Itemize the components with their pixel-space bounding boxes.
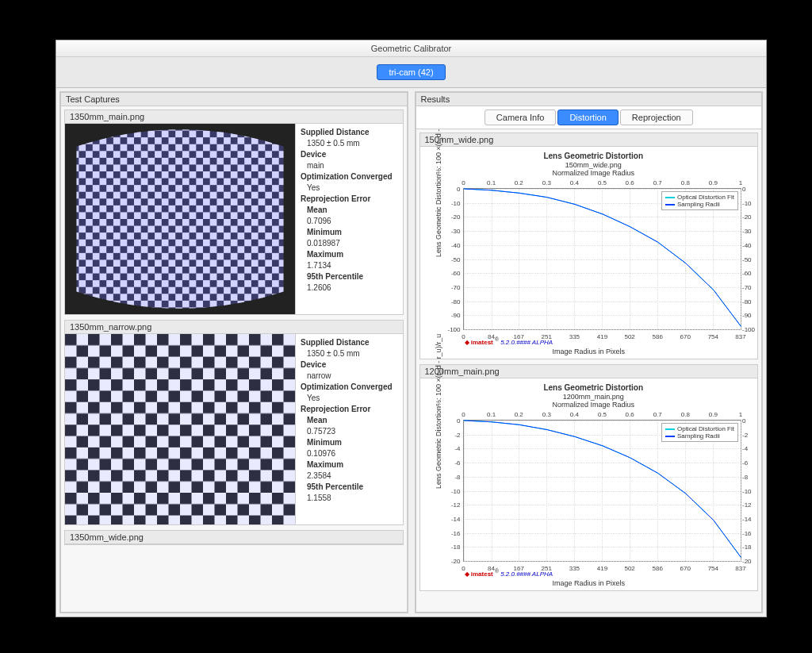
label: Optimization Converged	[301, 172, 393, 181]
chart-legend: Optical Distortion FitSampling Radii	[661, 423, 738, 442]
chart-subtitle2: Normalized Image Radius	[438, 169, 750, 177]
chart-toptick: 0.8	[681, 179, 690, 186]
checkerboard-icon	[65, 334, 295, 524]
chart-brand: ◆ imatest ® 5.2.0.#### ALPHA	[465, 336, 553, 346]
chart-ytick: -2	[742, 431, 758, 438]
capture-filename: 1350mm_wide.png	[65, 531, 403, 544]
chart-ytick-left: 0	[442, 417, 461, 424]
chart-xlabel: Image Radius in Pixels	[420, 348, 758, 355]
chart-ytick: -90	[742, 312, 758, 319]
chart-brand: ◆ imatest ® 5.2.0.#### ALPHA	[465, 568, 553, 578]
captures-scroll[interactable]: 1350mm_main.png	[61, 106, 407, 612]
chart-toptick: 0.3	[542, 411, 551, 418]
distortion-chart: Lens Geometric Distortion1200mm_main.png…	[420, 378, 758, 590]
chart-ytick: -30	[742, 228, 758, 235]
chart-ytick: -100	[742, 326, 758, 333]
chart-ytick-left: -2	[442, 431, 461, 438]
capture-thumbnail[interactable]	[65, 334, 296, 524]
capture-thumbnail[interactable]	[65, 124, 296, 314]
svg-rect-8	[65, 334, 295, 524]
chart-xtick: 335	[569, 565, 580, 572]
chart-subtitle: 150mm_wide.png	[438, 161, 750, 169]
chart-xtick: 586	[653, 565, 663, 572]
chart-ytick: -10	[742, 199, 758, 206]
label: 95th Percentile	[307, 272, 363, 281]
chart-toptick: 0.5	[598, 179, 607, 186]
label: Maximum	[307, 460, 343, 469]
chart-ytick-left: -6	[442, 459, 461, 467]
chart-toptick: 0	[462, 411, 465, 418]
label: Reprojection Error	[301, 194, 370, 203]
capture-filename: 1350mm_narrow.png	[65, 321, 403, 334]
legend-label: Optical Distortion Fit	[677, 425, 734, 432]
distortion-chart: Lens Geometric Distortion150mm_wide.pngN…	[420, 147, 758, 359]
chart-ytick-left: -40	[442, 241, 461, 248]
plot-filename: 1200mm_main.png	[420, 365, 758, 378]
chart-ytick-left: -10	[442, 199, 461, 206]
value: 1350 ± 0.5 mm	[301, 139, 360, 148]
split-body: Test Captures 1350mm_main.png	[56, 88, 766, 617]
chart-xlabel: Image Radius in Pixels	[420, 579, 758, 587]
value: 1.1558	[301, 494, 331, 502]
chart-xtick: 670	[680, 333, 691, 340]
chart-ylabel: Lens Geometric Distortion%: 100 ×(r_d - …	[435, 129, 442, 257]
tab-camera-info[interactable]: Camera Info	[485, 109, 557, 125]
captures-pane-title: Test Captures	[61, 93, 407, 106]
tab-distortion[interactable]: Distortion	[557, 109, 618, 125]
value: Yes	[301, 183, 320, 192]
chart-ytick-left: -100	[442, 326, 461, 333]
chart-ytick-left: -14	[442, 515, 461, 522]
chart-ytick: -6	[742, 459, 758, 467]
value: Yes	[301, 394, 320, 402]
chart-toptick: 0	[462, 179, 465, 186]
results-scroll[interactable]: 150mm_wide.png Lens Geometric Distortion…	[416, 129, 762, 612]
chart-ytick-left: -20	[442, 558, 461, 565]
chart-toptick: 0.7	[653, 411, 662, 418]
chart-ytick: -14	[742, 515, 758, 522]
chart-ytick-left: -20	[442, 213, 461, 221]
value: narrow	[301, 371, 331, 380]
chart-xtick: 586	[653, 333, 663, 340]
chart-toptick: 0.1	[487, 179, 496, 186]
chart-xtick: 754	[708, 333, 718, 340]
chart-ytick-left: -8	[442, 473, 461, 480]
chart-ytick: -80	[742, 298, 758, 305]
chart-xtick: 837	[735, 333, 745, 340]
legend-label: Optical Distortion Fit	[677, 194, 734, 201]
session-pill[interactable]: tri-cam (42)	[377, 64, 445, 80]
chart-ytick: -20	[742, 213, 758, 221]
capture-info: Supplied Distance 1350 ± 0.5 mm Device n…	[296, 334, 403, 524]
chart-subtitle2: Normalized Image Radius	[438, 401, 750, 409]
chart-title: Lens Geometric Distortion	[438, 383, 750, 393]
value: 1350 ± 0.5 mm	[301, 349, 360, 358]
chart-title: Lens Geometric Distortion	[438, 152, 750, 161]
chart-ytick: -18	[742, 544, 758, 551]
chart-subtitle: 1200mm_main.png	[438, 393, 750, 401]
chart-ytick-left: 0	[442, 186, 461, 193]
chart-xtick: 837	[735, 565, 745, 572]
label: Device	[301, 150, 326, 159]
tab-reprojection[interactable]: Reprojection	[620, 109, 693, 125]
plot-card: 1200mm_main.png Lens Geometric Distortio…	[419, 364, 759, 591]
chart-legend: Optical Distortion FitSampling Radii	[661, 191, 738, 210]
chart-ytick-left: -70	[442, 283, 461, 290]
chart-ytick-left: -90	[442, 312, 461, 319]
chart-ytick: -20	[742, 558, 758, 565]
chart-ytick-left: -16	[442, 529, 461, 536]
label: Supplied Distance	[301, 128, 370, 136]
label: Minimum	[307, 438, 342, 447]
chart-ytick-left: -4	[442, 445, 461, 452]
window-titlebar[interactable]: Geometric Calibrator	[56, 40, 766, 57]
label: Maximum	[307, 250, 343, 259]
chart-xtick: 502	[624, 565, 634, 572]
plot-filename: 150mm_wide.png	[420, 133, 758, 147]
chart-ytick: -10	[742, 487, 758, 494]
chart-xtick: 670	[680, 565, 691, 572]
captures-pane: Test Captures 1350mm_main.png	[59, 91, 408, 613]
chart-toptick: 0.9	[709, 179, 718, 186]
chart-toptick: 0.3	[542, 179, 551, 186]
label: Optimization Converged	[301, 382, 393, 391]
chart-toptick: 0.6	[626, 179, 634, 186]
results-pane-title: Results	[416, 93, 762, 106]
value: 0.10976	[301, 449, 335, 458]
